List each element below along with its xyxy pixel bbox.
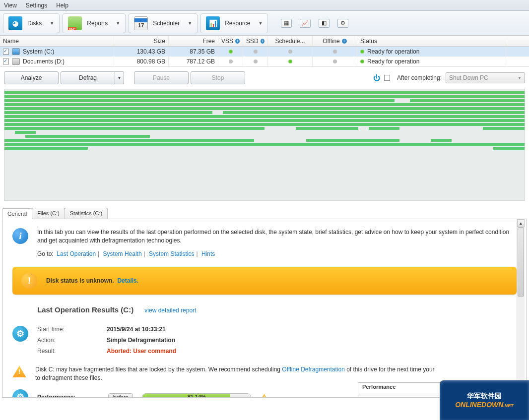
toolbar-resource-button[interactable]: 📊 Resource ▼ — [200, 13, 268, 33]
status-dot-gray — [288, 50, 292, 54]
menu-help[interactable]: Help — [56, 2, 68, 9]
col-status[interactable]: Status — [357, 36, 506, 46]
cell-status: Ready for operation — [367, 48, 419, 55]
disk-icon — [12, 48, 20, 55]
tb-small-3[interactable]: ◧ — [319, 19, 330, 28]
stop-button: Stop — [191, 71, 245, 84]
cell-status: Ready for operation — [367, 58, 419, 65]
intro-paragraph: In this tab you can view the results of … — [37, 228, 517, 245]
disk-status-banner: ! Disk status is unknown. Details. — [12, 267, 517, 295]
vertical-scrollbar[interactable]: ▲ ▼ — [517, 219, 525, 397]
warning-icon: ! — [21, 273, 37, 289]
after-completing-label: After completing: — [397, 74, 442, 81]
col-name[interactable]: Name — [0, 36, 114, 46]
col-ssd[interactable]: SSDi — [243, 36, 268, 46]
after-completing-combo[interactable]: Shut Down PC ▼ — [446, 72, 525, 83]
row-checkbox[interactable] — [3, 49, 9, 55]
col-free[interactable]: Free — [169, 36, 218, 46]
performance-before-label: before — [108, 393, 133, 398]
watermark-en: ONLINEDOWN.NET — [455, 401, 514, 409]
col-vss[interactable]: VSSi — [218, 36, 243, 46]
table-row[interactable]: Documents (D:) 800.98 GB 787.12 GB Ready… — [0, 57, 529, 66]
tb-small-4[interactable]: ⚙ — [337, 19, 348, 28]
performance-percent: 81.14% — [142, 394, 251, 398]
menubar: View Settings Help — [0, 0, 529, 11]
table-row[interactable]: System (C:) 130.43 GB 87.35 GB Ready for… — [0, 47, 529, 57]
result-value: Aborted: User command — [107, 348, 176, 355]
tab-content-general: i In this tab you can view the results o… — [2, 219, 527, 398]
result-label: Result: — [37, 348, 107, 355]
warn-text-b: of this drive for the next time your — [345, 366, 435, 373]
tab-statistics[interactable]: Statistics (C:) — [65, 208, 108, 219]
link-hints[interactable]: Hints — [201, 250, 215, 257]
chevron-down-icon[interactable]: ▼ — [115, 71, 124, 84]
action-value: Simple Defragmentation — [107, 337, 175, 344]
row-checkbox[interactable] — [3, 59, 9, 64]
link-system-statistics[interactable]: System Statistics — [149, 250, 194, 257]
col-schedule[interactable]: Schedule... — [268, 36, 313, 46]
disk-icon — [12, 58, 20, 65]
table-header: Name Size Free VSSi SSDi Schedule... Off… — [0, 36, 529, 47]
watermark-cn: 华军软件园 — [467, 392, 502, 401]
intro-text: In this tab you can view the results of … — [37, 228, 517, 258]
col-size[interactable]: Size — [114, 36, 169, 46]
link-system-health[interactable]: System Health — [103, 250, 142, 257]
banner-details-link[interactable]: Details. — [117, 277, 138, 284]
main-toolbar: ◕ Disks ▼ Reports ▼ 17 Scheduler ▼ 📊 Res… — [0, 11, 529, 36]
info-icon: i — [342, 39, 347, 44]
chevron-down-icon: ▼ — [259, 21, 263, 26]
fragmentation-map[interactable] — [4, 89, 525, 201]
toolbar-disks-button[interactable]: ◕ Disks ▼ — [3, 13, 60, 33]
toolbar-reports-button[interactable]: Reports ▼ — [63, 13, 126, 33]
col-offline[interactable]: Offlinei — [313, 36, 357, 46]
warning-icon — [260, 394, 268, 398]
tab-files[interactable]: Files (C:) — [32, 208, 65, 219]
banner-message: Disk status is unknown. — [46, 277, 114, 284]
toolbar-disks-label: Disks — [27, 20, 42, 27]
info-icon: i — [235, 39, 240, 44]
action-bar: Analyze Defrag ▼ Pause Stop ⏻ After comp… — [0, 67, 529, 89]
menu-view[interactable]: View — [4, 2, 17, 9]
status-dot-gray — [333, 60, 337, 63]
chevron-down-icon: ▼ — [116, 21, 120, 26]
info-icon: i — [261, 39, 264, 44]
tab-general[interactable]: General — [2, 208, 32, 219]
warn-text-c: to defragment these files. — [35, 374, 102, 381]
status-dot-green — [229, 50, 233, 54]
combo-value: Shut Down PC — [449, 74, 488, 81]
offline-defrag-link[interactable]: Offline Defragmentation — [282, 366, 345, 373]
cell-free: 787.12 GB — [169, 57, 218, 66]
defrag-button[interactable]: Defrag ▼ — [61, 71, 124, 84]
toolbar-scheduler-button[interactable]: 17 Scheduler ▼ — [129, 13, 198, 33]
toolbar-scheduler-label: Scheduler — [153, 20, 180, 27]
analyze-button[interactable]: Analyze — [4, 71, 59, 84]
cell-size: 130.43 GB — [114, 47, 169, 57]
info-icon: i — [12, 228, 28, 244]
chevron-down-icon: ▼ — [188, 21, 192, 26]
defrag-button-label: Defrag — [61, 71, 115, 84]
scrollbar-thumb[interactable] — [518, 227, 524, 297]
tab-bar: General Files (C:) Statistics (C:) — [2, 208, 527, 219]
power-icon: ⏻ — [373, 74, 380, 82]
last-operation-heading: Last Operation Results (C:) view detaile… — [37, 305, 517, 314]
view-detailed-report-link[interactable]: view detailed report — [144, 307, 196, 314]
cell-free: 87.35 GB — [169, 47, 218, 57]
chevron-down-icon: ▼ — [518, 76, 522, 80]
after-completing-checkbox[interactable] — [384, 75, 390, 81]
tb-small-1[interactable]: ▦ — [281, 19, 292, 28]
status-dot-gray — [333, 50, 337, 54]
cell-size: 800.98 GB — [114, 57, 169, 66]
watermark-logo: 华军软件园 ONLINEDOWN.NET — [440, 380, 529, 420]
status-dot-green — [288, 60, 292, 63]
toolbar-resource-label: Resource — [225, 20, 250, 27]
tb-small-2[interactable]: 📈 — [300, 19, 311, 28]
pause-button: Pause — [134, 71, 189, 84]
scroll-up-button[interactable]: ▲ — [517, 219, 525, 227]
performance-bar: 81.14% — [142, 393, 251, 398]
menu-settings[interactable]: Settings — [26, 2, 47, 9]
status-dot-gray — [229, 60, 233, 63]
warning-icon — [12, 365, 26, 377]
disks-icon: ◕ — [8, 16, 22, 30]
link-last-operation[interactable]: Last Operation — [57, 250, 96, 257]
action-label: Action: — [37, 337, 107, 344]
